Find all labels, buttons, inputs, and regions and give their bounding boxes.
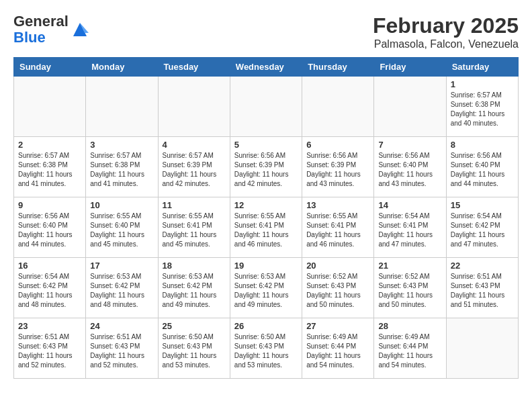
week-row-3: 16Sunrise: 6:54 AM Sunset: 6:42 PM Dayli… xyxy=(14,258,519,318)
week-row-4: 23Sunrise: 6:51 AM Sunset: 6:43 PM Dayli… xyxy=(14,318,519,379)
day-number: 16 xyxy=(18,261,81,271)
calendar-header-saturday: Saturday xyxy=(446,58,518,77)
day-info: Sunrise: 6:55 AM Sunset: 6:41 PM Dayligh… xyxy=(234,212,298,249)
day-number: 9 xyxy=(18,200,81,210)
month-title: February 2025 xyxy=(373,13,519,38)
logo-general-text: General xyxy=(13,13,69,30)
calendar-cell: 20Sunrise: 6:52 AM Sunset: 6:43 PM Dayli… xyxy=(302,258,374,318)
calendar-cell: 21Sunrise: 6:52 AM Sunset: 6:43 PM Dayli… xyxy=(374,258,446,318)
calendar-cell: 19Sunrise: 6:53 AM Sunset: 6:42 PM Dayli… xyxy=(230,258,302,318)
day-number: 5 xyxy=(234,140,298,150)
day-info: Sunrise: 6:53 AM Sunset: 6:42 PM Dayligh… xyxy=(90,272,153,310)
day-number: 27 xyxy=(306,321,369,331)
day-info: Sunrise: 6:49 AM Sunset: 6:44 PM Dayligh… xyxy=(378,332,441,370)
calendar-header-thursday: Thursday xyxy=(302,58,374,77)
day-number: 23 xyxy=(18,321,81,331)
calendar-cell: 25Sunrise: 6:50 AM Sunset: 6:43 PM Dayli… xyxy=(158,318,230,379)
day-number: 12 xyxy=(234,200,298,210)
day-number: 17 xyxy=(90,261,153,271)
day-info: Sunrise: 6:52 AM Sunset: 6:43 PM Dayligh… xyxy=(306,272,369,310)
calendar-cell: 17Sunrise: 6:53 AM Sunset: 6:42 PM Dayli… xyxy=(86,258,158,318)
day-info: Sunrise: 6:57 AM Sunset: 6:38 PM Dayligh… xyxy=(18,151,81,189)
day-info: Sunrise: 6:55 AM Sunset: 6:41 PM Dayligh… xyxy=(163,212,226,249)
week-row-1: 2Sunrise: 6:57 AM Sunset: 6:38 PM Daylig… xyxy=(14,137,519,197)
day-number: 18 xyxy=(163,261,226,271)
logo: General Blue xyxy=(13,13,90,46)
calendar-cell: 6Sunrise: 6:56 AM Sunset: 6:39 PM Daylig… xyxy=(302,137,374,197)
calendar-table: SundayMondayTuesdayWednesdayThursdayFrid… xyxy=(13,57,519,379)
calendar-cell: 2Sunrise: 6:57 AM Sunset: 6:38 PM Daylig… xyxy=(14,137,86,197)
location-title: Palmasola, Falcon, Venezuela xyxy=(373,38,519,50)
calendar-cell: 5Sunrise: 6:56 AM Sunset: 6:39 PM Daylig… xyxy=(230,137,302,197)
day-number: 19 xyxy=(234,261,298,271)
day-info: Sunrise: 6:57 AM Sunset: 6:38 PM Dayligh… xyxy=(451,91,514,128)
calendar-cell: 22Sunrise: 6:51 AM Sunset: 6:43 PM Dayli… xyxy=(446,258,518,318)
day-number: 3 xyxy=(90,140,153,150)
calendar-header-row: SundayMondayTuesdayWednesdayThursdayFrid… xyxy=(14,58,519,77)
day-number: 4 xyxy=(163,140,226,150)
day-number: 10 xyxy=(90,200,153,210)
day-info: Sunrise: 6:56 AM Sunset: 6:40 PM Dayligh… xyxy=(451,151,514,189)
calendar-cell: 13Sunrise: 6:55 AM Sunset: 6:41 PM Dayli… xyxy=(302,197,374,258)
calendar-cell: 24Sunrise: 6:51 AM Sunset: 6:43 PM Dayli… xyxy=(86,318,158,379)
calendar-cell: 28Sunrise: 6:49 AM Sunset: 6:44 PM Dayli… xyxy=(374,318,446,379)
day-info: Sunrise: 6:51 AM Sunset: 6:43 PM Dayligh… xyxy=(18,332,81,370)
calendar-cell xyxy=(302,77,374,137)
calendar-cell xyxy=(158,77,230,137)
week-row-2: 9Sunrise: 6:56 AM Sunset: 6:40 PM Daylig… xyxy=(14,197,519,258)
day-number: 6 xyxy=(306,140,369,150)
day-number: 21 xyxy=(378,261,441,271)
calendar-cell: 10Sunrise: 6:55 AM Sunset: 6:40 PM Dayli… xyxy=(86,197,158,258)
day-info: Sunrise: 6:55 AM Sunset: 6:40 PM Dayligh… xyxy=(90,212,153,249)
day-info: Sunrise: 6:54 AM Sunset: 6:41 PM Dayligh… xyxy=(378,212,441,249)
day-number: 25 xyxy=(163,321,226,331)
day-number: 2 xyxy=(18,140,81,150)
day-info: Sunrise: 6:56 AM Sunset: 6:39 PM Dayligh… xyxy=(306,151,369,189)
day-info: Sunrise: 6:56 AM Sunset: 6:40 PM Dayligh… xyxy=(18,212,81,249)
day-info: Sunrise: 6:53 AM Sunset: 6:42 PM Dayligh… xyxy=(234,272,298,310)
day-info: Sunrise: 6:52 AM Sunset: 6:43 PM Dayligh… xyxy=(378,272,441,310)
logo-blue-text: Blue xyxy=(13,29,46,46)
calendar-cell xyxy=(230,77,302,137)
day-info: Sunrise: 6:54 AM Sunset: 6:42 PM Dayligh… xyxy=(18,272,81,310)
day-info: Sunrise: 6:49 AM Sunset: 6:44 PM Dayligh… xyxy=(306,332,369,370)
calendar-cell xyxy=(374,77,446,137)
day-number: 8 xyxy=(451,140,514,150)
calendar-header-monday: Monday xyxy=(86,58,158,77)
calendar-cell: 15Sunrise: 6:54 AM Sunset: 6:42 PM Dayli… xyxy=(446,197,518,258)
day-number: 1 xyxy=(451,79,514,89)
day-info: Sunrise: 6:51 AM Sunset: 6:43 PM Dayligh… xyxy=(90,332,153,370)
calendar-cell: 16Sunrise: 6:54 AM Sunset: 6:42 PM Dayli… xyxy=(14,258,86,318)
calendar-cell: 18Sunrise: 6:53 AM Sunset: 6:42 PM Dayli… xyxy=(158,258,230,318)
day-info: Sunrise: 6:54 AM Sunset: 6:42 PM Dayligh… xyxy=(451,212,514,249)
calendar-header-tuesday: Tuesday xyxy=(158,58,230,77)
calendar-header-friday: Friday xyxy=(374,58,446,77)
calendar-cell: 3Sunrise: 6:57 AM Sunset: 6:38 PM Daylig… xyxy=(86,137,158,197)
day-number: 28 xyxy=(378,321,441,331)
day-number: 24 xyxy=(90,321,153,331)
day-info: Sunrise: 6:56 AM Sunset: 6:39 PM Dayligh… xyxy=(234,151,298,189)
calendar-cell: 1Sunrise: 6:57 AM Sunset: 6:38 PM Daylig… xyxy=(446,77,518,137)
title-block: February 2025 Palmasola, Falcon, Venezue… xyxy=(373,13,519,50)
calendar-cell: 14Sunrise: 6:54 AM Sunset: 6:41 PM Dayli… xyxy=(374,197,446,258)
day-number: 15 xyxy=(451,200,514,210)
day-number: 7 xyxy=(378,140,441,150)
page-header: General Blue February 2025 Palmasola, Fa… xyxy=(13,13,519,50)
day-info: Sunrise: 6:50 AM Sunset: 6:43 PM Dayligh… xyxy=(163,332,226,370)
calendar-cell: 12Sunrise: 6:55 AM Sunset: 6:41 PM Dayli… xyxy=(230,197,302,258)
day-info: Sunrise: 6:53 AM Sunset: 6:42 PM Dayligh… xyxy=(163,272,226,310)
day-info: Sunrise: 6:57 AM Sunset: 6:38 PM Dayligh… xyxy=(90,151,153,189)
day-number: 11 xyxy=(163,200,226,210)
calendar-cell: 4Sunrise: 6:57 AM Sunset: 6:39 PM Daylig… xyxy=(158,137,230,197)
day-number: 20 xyxy=(306,261,369,271)
calendar-header-wednesday: Wednesday xyxy=(230,58,302,77)
calendar-cell: 27Sunrise: 6:49 AM Sunset: 6:44 PM Dayli… xyxy=(302,318,374,379)
day-info: Sunrise: 6:55 AM Sunset: 6:41 PM Dayligh… xyxy=(306,212,369,249)
calendar-header-sunday: Sunday xyxy=(14,58,86,77)
week-row-0: 1Sunrise: 6:57 AM Sunset: 6:38 PM Daylig… xyxy=(14,77,519,137)
day-number: 14 xyxy=(378,200,441,210)
calendar-cell: 9Sunrise: 6:56 AM Sunset: 6:40 PM Daylig… xyxy=(14,197,86,258)
day-info: Sunrise: 6:56 AM Sunset: 6:40 PM Dayligh… xyxy=(378,151,441,189)
day-number: 13 xyxy=(306,200,369,210)
calendar-cell: 26Sunrise: 6:50 AM Sunset: 6:43 PM Dayli… xyxy=(230,318,302,379)
